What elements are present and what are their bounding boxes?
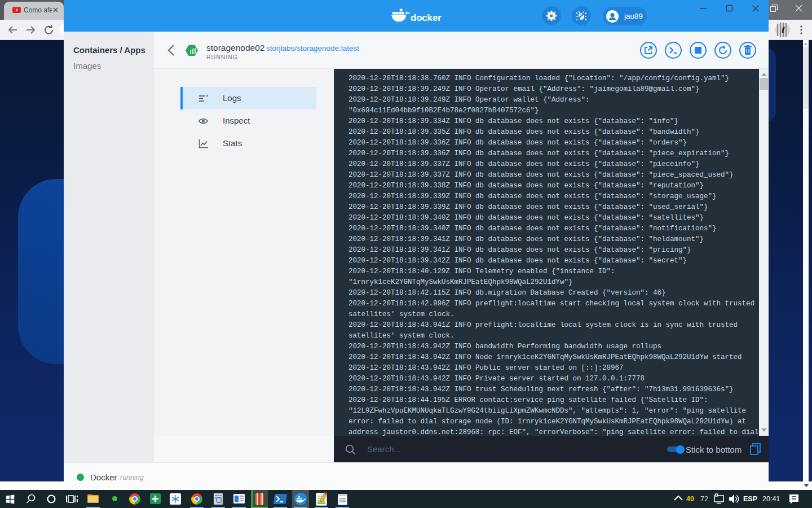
svg-text:docker: docker [411, 12, 442, 23]
